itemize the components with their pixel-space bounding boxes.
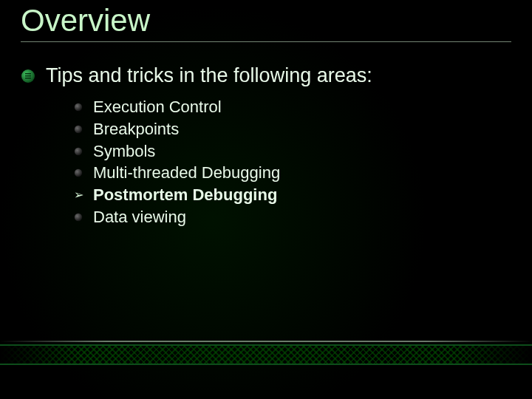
list-item-label: Breakpoints [93,118,179,140]
slide-title: Overview [21,3,511,38]
footer-decorative-band [0,344,532,365]
dot-bullet-icon [74,103,83,112]
list-item: Execution Control [74,96,511,118]
svg-point-8 [75,213,82,220]
lead-text: Tips and tricks in the following areas: [46,64,372,87]
list-item-label: Symbols [93,140,155,163]
lead-row: Tips and tricks in the following areas: [21,64,511,87]
arrow-bullet-icon: ➢ [74,191,83,200]
svg-point-7 [75,169,82,177]
svg-point-5 [75,126,82,133]
dot-bullet-icon [74,168,83,177]
dot-bullet-icon [74,147,83,156]
list-item-label: Multi-threaded Debugging [93,162,280,184]
list-item: Multi-threaded Debugging [74,162,511,184]
list-item-current: ➢ Postmortem Debugging [74,184,511,206]
svg-point-6 [75,147,82,154]
svg-point-4 [75,103,82,111]
title-underline [21,41,511,42]
lead-bullet-icon [21,69,35,83]
list-item: Data viewing [74,206,511,228]
topic-list: Execution Control Breakpoints Symbols [21,96,511,228]
list-item: Breakpoints [74,118,511,140]
slide: Overview Tips and tricks in the followin… [0,0,532,399]
list-item-label: Data viewing [93,206,186,228]
svg-rect-2 [25,78,31,79]
svg-rect-1 [25,75,31,77]
list-item: Symbols [74,140,511,163]
list-item-label: Postmortem Debugging [93,184,277,206]
dot-bullet-icon [74,213,83,222]
svg-rect-3 [25,73,31,75]
list-item-label: Execution Control [93,96,222,118]
dot-bullet-icon [74,125,83,134]
